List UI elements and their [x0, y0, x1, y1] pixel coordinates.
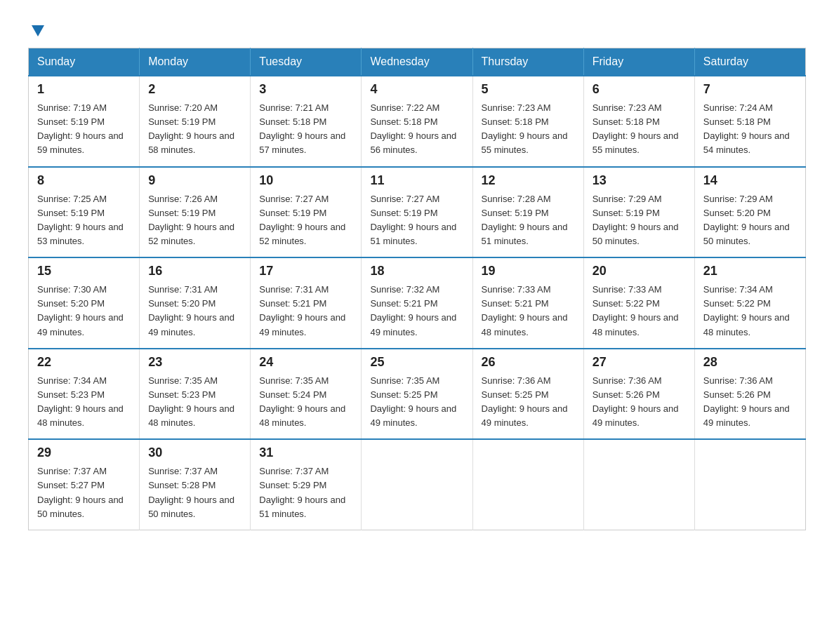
day-number: 18 — [370, 264, 463, 279]
day-detail: Sunrise: 7:29 AMSunset: 5:20 PMDaylight:… — [703, 192, 797, 249]
calendar-day-cell: 18 Sunrise: 7:32 AMSunset: 5:21 PMDaylig… — [362, 257, 472, 349]
calendar-day-cell: 2 Sunrise: 7:20 AMSunset: 5:19 PMDayligh… — [140, 76, 251, 167]
day-number: 16 — [148, 264, 241, 279]
calendar-day-cell: 8 Sunrise: 7:25 AMSunset: 5:19 PMDayligh… — [29, 167, 140, 258]
day-number: 8 — [37, 173, 131, 188]
day-detail: Sunrise: 7:34 AMSunset: 5:22 PMDaylight:… — [703, 283, 797, 340]
day-detail: Sunrise: 7:25 AMSunset: 5:19 PMDaylight:… — [37, 192, 131, 249]
day-number: 1 — [37, 82, 131, 97]
calendar-day-cell — [472, 439, 583, 530]
calendar-day-cell: 26 Sunrise: 7:36 AMSunset: 5:25 PMDaylig… — [472, 349, 583, 440]
day-detail: Sunrise: 7:29 AMSunset: 5:19 PMDaylight:… — [593, 192, 686, 249]
day-detail: Sunrise: 7:36 AMSunset: 5:26 PMDaylight:… — [703, 374, 797, 431]
calendar-day-cell — [362, 439, 472, 530]
day-number: 12 — [482, 173, 575, 188]
day-number: 24 — [259, 355, 352, 370]
weekday-header-row: SundayMondayTuesdayWednesdayThursdayFrid… — [29, 48, 806, 76]
day-number: 6 — [593, 82, 686, 97]
calendar-day-cell: 21 Sunrise: 7:34 AMSunset: 5:22 PMDaylig… — [694, 257, 805, 349]
calendar-day-cell: 3 Sunrise: 7:21 AMSunset: 5:18 PMDayligh… — [251, 76, 362, 167]
day-detail: Sunrise: 7:23 AMSunset: 5:18 PMDaylight:… — [482, 101, 575, 158]
weekday-header-tuesday: Tuesday — [251, 48, 362, 76]
calendar-day-cell: 4 Sunrise: 7:22 AMSunset: 5:18 PMDayligh… — [362, 76, 472, 167]
weekday-header-saturday: Saturday — [694, 48, 805, 76]
day-number: 5 — [482, 82, 575, 97]
calendar-week-row: 15 Sunrise: 7:30 AMSunset: 5:20 PMDaylig… — [29, 257, 806, 349]
day-detail: Sunrise: 7:37 AMSunset: 5:29 PMDaylight:… — [259, 464, 352, 521]
day-detail: Sunrise: 7:37 AMSunset: 5:28 PMDaylight:… — [148, 464, 241, 521]
day-detail: Sunrise: 7:20 AMSunset: 5:19 PMDaylight:… — [148, 101, 241, 158]
calendar-day-cell: 10 Sunrise: 7:27 AMSunset: 5:19 PMDaylig… — [251, 167, 362, 258]
weekday-header-thursday: Thursday — [472, 48, 583, 76]
day-detail: Sunrise: 7:37 AMSunset: 5:27 PMDaylight:… — [37, 464, 131, 521]
day-detail: Sunrise: 7:28 AMSunset: 5:19 PMDaylight:… — [482, 192, 575, 249]
calendar-table: SundayMondayTuesdayWednesdayThursdayFrid… — [28, 48, 806, 530]
weekday-header-wednesday: Wednesday — [362, 48, 472, 76]
calendar-day-cell: 12 Sunrise: 7:28 AMSunset: 5:19 PMDaylig… — [472, 167, 583, 258]
day-detail: Sunrise: 7:36 AMSunset: 5:25 PMDaylight:… — [482, 374, 575, 431]
day-number: 31 — [259, 445, 352, 460]
calendar-day-cell: 13 Sunrise: 7:29 AMSunset: 5:19 PMDaylig… — [583, 167, 694, 258]
day-number: 23 — [148, 355, 241, 370]
day-detail: Sunrise: 7:23 AMSunset: 5:18 PMDaylight:… — [593, 101, 686, 158]
day-number: 26 — [482, 355, 575, 370]
weekday-header-sunday: Sunday — [29, 48, 140, 76]
day-detail: Sunrise: 7:21 AMSunset: 5:18 PMDaylight:… — [259, 101, 352, 158]
calendar-day-cell: 7 Sunrise: 7:24 AMSunset: 5:18 PMDayligh… — [694, 76, 805, 167]
day-number: 17 — [259, 264, 352, 279]
day-number: 10 — [259, 173, 352, 188]
logo-triangle-icon — [30, 22, 46, 38]
day-number: 15 — [37, 264, 131, 279]
calendar-day-cell: 1 Sunrise: 7:19 AMSunset: 5:19 PMDayligh… — [29, 76, 140, 167]
calendar-day-cell: 28 Sunrise: 7:36 AMSunset: 5:26 PMDaylig… — [694, 349, 805, 440]
day-detail: Sunrise: 7:31 AMSunset: 5:20 PMDaylight:… — [148, 283, 241, 340]
calendar-week-row: 1 Sunrise: 7:19 AMSunset: 5:19 PMDayligh… — [29, 76, 806, 167]
day-number: 11 — [370, 173, 463, 188]
day-detail: Sunrise: 7:30 AMSunset: 5:20 PMDaylight:… — [37, 283, 131, 340]
day-detail: Sunrise: 7:34 AMSunset: 5:23 PMDaylight:… — [37, 374, 131, 431]
weekday-header-monday: Monday — [140, 48, 251, 76]
calendar-day-cell: 24 Sunrise: 7:35 AMSunset: 5:24 PMDaylig… — [251, 349, 362, 440]
day-number: 3 — [259, 82, 352, 97]
day-number: 28 — [703, 355, 797, 370]
calendar-day-cell: 29 Sunrise: 7:37 AMSunset: 5:27 PMDaylig… — [29, 439, 140, 530]
day-number: 21 — [703, 264, 797, 279]
calendar-week-row: 29 Sunrise: 7:37 AMSunset: 5:27 PMDaylig… — [29, 439, 806, 530]
calendar-day-cell: 17 Sunrise: 7:31 AMSunset: 5:21 PMDaylig… — [251, 257, 362, 349]
day-detail: Sunrise: 7:31 AMSunset: 5:21 PMDaylight:… — [259, 283, 352, 340]
calendar-day-cell — [583, 439, 694, 530]
day-number: 20 — [593, 264, 686, 279]
day-detail: Sunrise: 7:33 AMSunset: 5:22 PMDaylight:… — [593, 283, 686, 340]
calendar-day-cell: 5 Sunrise: 7:23 AMSunset: 5:18 PMDayligh… — [472, 76, 583, 167]
day-detail: Sunrise: 7:19 AMSunset: 5:19 PMDaylight:… — [37, 101, 131, 158]
day-detail: Sunrise: 7:33 AMSunset: 5:21 PMDaylight:… — [482, 283, 575, 340]
day-detail: Sunrise: 7:35 AMSunset: 5:25 PMDaylight:… — [370, 374, 463, 431]
day-number: 9 — [148, 173, 241, 188]
day-number: 4 — [370, 82, 463, 97]
day-number: 30 — [148, 445, 241, 460]
calendar-day-cell: 23 Sunrise: 7:35 AMSunset: 5:23 PMDaylig… — [140, 349, 251, 440]
logo — [28, 21, 46, 34]
calendar-day-cell: 27 Sunrise: 7:36 AMSunset: 5:26 PMDaylig… — [583, 349, 694, 440]
page-header — [28, 21, 806, 34]
calendar-day-cell: 31 Sunrise: 7:37 AMSunset: 5:29 PMDaylig… — [251, 439, 362, 530]
calendar-day-cell: 16 Sunrise: 7:31 AMSunset: 5:20 PMDaylig… — [140, 257, 251, 349]
day-detail: Sunrise: 7:32 AMSunset: 5:21 PMDaylight:… — [370, 283, 463, 340]
calendar-day-cell: 6 Sunrise: 7:23 AMSunset: 5:18 PMDayligh… — [583, 76, 694, 167]
day-detail: Sunrise: 7:35 AMSunset: 5:24 PMDaylight:… — [259, 374, 352, 431]
day-detail: Sunrise: 7:26 AMSunset: 5:19 PMDaylight:… — [148, 192, 241, 249]
calendar-day-cell: 30 Sunrise: 7:37 AMSunset: 5:28 PMDaylig… — [140, 439, 251, 530]
calendar-day-cell: 22 Sunrise: 7:34 AMSunset: 5:23 PMDaylig… — [29, 349, 140, 440]
calendar-day-cell — [694, 439, 805, 530]
day-detail: Sunrise: 7:35 AMSunset: 5:23 PMDaylight:… — [148, 374, 241, 431]
day-number: 27 — [593, 355, 686, 370]
calendar-week-row: 8 Sunrise: 7:25 AMSunset: 5:19 PMDayligh… — [29, 167, 806, 258]
day-number: 14 — [703, 173, 797, 188]
day-number: 25 — [370, 355, 463, 370]
day-number: 19 — [482, 264, 575, 279]
calendar-day-cell: 9 Sunrise: 7:26 AMSunset: 5:19 PMDayligh… — [140, 167, 251, 258]
calendar-day-cell: 25 Sunrise: 7:35 AMSunset: 5:25 PMDaylig… — [362, 349, 472, 440]
day-number: 22 — [37, 355, 131, 370]
calendar-day-cell: 15 Sunrise: 7:30 AMSunset: 5:20 PMDaylig… — [29, 257, 140, 349]
calendar-day-cell: 20 Sunrise: 7:33 AMSunset: 5:22 PMDaylig… — [583, 257, 694, 349]
